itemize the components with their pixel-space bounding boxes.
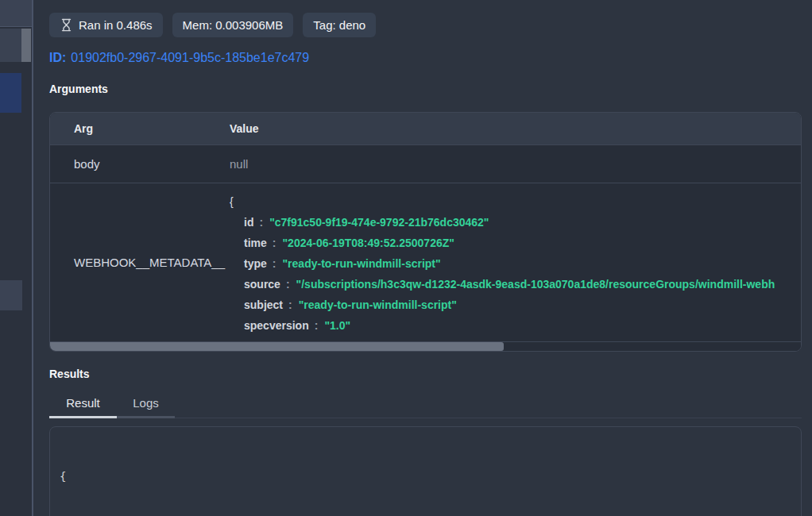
arguments-table-header: Arg Value — [50, 113, 801, 145]
memory-badge-label: Mem: 0.003906MB — [183, 18, 284, 32]
table-horizontal-scrollbar — [50, 342, 801, 351]
results-heading: Results — [49, 368, 802, 380]
tag-badge-label: Tag: deno — [313, 18, 365, 32]
arguments-heading: Arguments — [49, 83, 802, 95]
result-code-block: { "str": "default arg", "union": "Hello … — [49, 426, 802, 516]
table-row: body null — [50, 145, 801, 183]
sidebar-scrollbar[interactable] — [21, 29, 31, 62]
json-entry-specversion: specversion:"1.0" — [230, 315, 801, 336]
code-open-brace: { — [60, 468, 791, 484]
runtime-badge: Ran in 0.486s — [49, 13, 163, 37]
hourglass-icon — [60, 18, 73, 32]
runtime-badge-label: Ran in 0.486s — [79, 18, 153, 32]
webhook-metadata-json: { id:"c7f91c50-9f19-474e-9792-21b76dc304… — [207, 183, 801, 341]
arg-value-null: null — [207, 157, 801, 171]
sidebar-top-block — [0, 0, 32, 27]
scrollbar-thumb[interactable] — [50, 342, 504, 351]
json-entry-type: type:"ready-to-run-windmill-script" — [230, 253, 801, 274]
memory-badge: Mem: 0.003906MB — [172, 13, 294, 37]
sidebar-divider — [32, 0, 33, 516]
job-run-panel: Ran in 0.486s Mem: 0.003906MB Tag: deno … — [33, 13, 812, 516]
json-entry-subject: subject:"ready-to-run-windmill-script" — [230, 295, 801, 315]
job-id-link[interactable]: 01902fb0-2967-4091-9b5c-185be1e7c479 — [71, 51, 309, 64]
arguments-table: Arg Value body null WEBHOOK__METADATA__ … — [49, 112, 802, 352]
arg-name-webhook-metadata: WEBHOOK__METADATA__ — [50, 256, 207, 269]
tag-badge: Tag: deno — [303, 13, 376, 37]
table-row: WEBHOOK__METADATA__ { id:"c7f91c50-9f19-… — [50, 183, 801, 342]
job-id-label: ID: — [49, 51, 66, 64]
sidebar-item-selected[interactable] — [0, 73, 21, 113]
column-header-arg: Arg — [50, 122, 207, 135]
job-id-line: ID:01902fb0-2967-4091-9b5c-185be1e7c479 — [49, 51, 802, 65]
json-entry-time: time:"2024-06-19T08:49:52.2500726Z" — [230, 233, 801, 253]
tab-result[interactable]: Result — [49, 392, 117, 418]
sidebar-fragment — [0, 0, 33, 516]
arg-name-body: body — [50, 157, 207, 171]
tab-logs[interactable]: Logs — [117, 392, 175, 418]
column-header-value: Value — [207, 122, 801, 135]
json-entry-id: id:"c7f91c50-9f19-474e-9792-21b76dc30462… — [230, 212, 801, 233]
json-open-brace: { — [230, 191, 801, 212]
run-stats-row: Ran in 0.486s Mem: 0.003906MB Tag: deno — [49, 13, 802, 37]
json-entry-source: source:"/subscriptions/h3c3qw-d1232-4asd… — [230, 274, 801, 295]
results-tabbar: Result Logs — [49, 392, 802, 418]
sidebar-item[interactable] — [0, 29, 21, 62]
sidebar-item[interactable] — [0, 280, 22, 310]
